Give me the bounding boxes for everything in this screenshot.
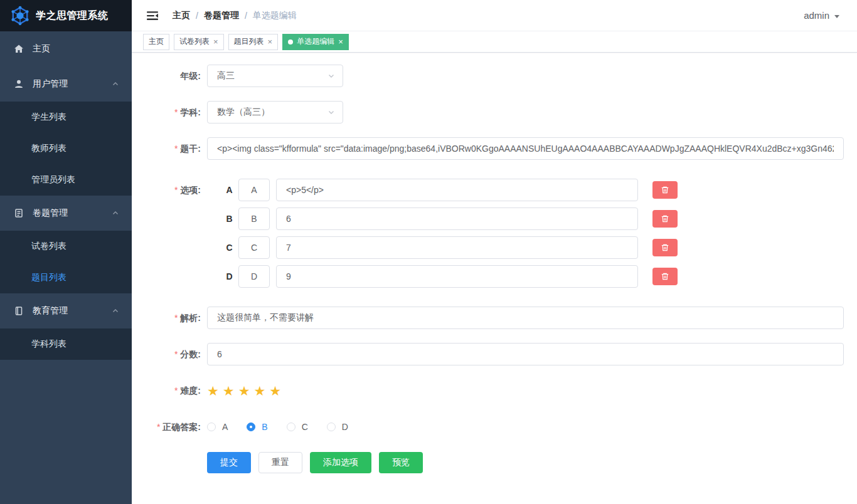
option-row-d: D <box>207 265 678 288</box>
star-icon[interactable]: ★ <box>253 384 265 397</box>
delete-option-button[interactable] <box>652 210 678 228</box>
star-icon[interactable]: ★ <box>238 384 250 397</box>
close-icon[interactable]: × <box>213 38 218 46</box>
analysis-label: *解析: <box>132 307 201 329</box>
stem-row: *题干: <box>132 137 857 160</box>
option-letter: A <box>225 185 234 195</box>
answer-radio-d[interactable]: D <box>327 422 348 432</box>
answer-row: *正确答案: A B C D <box>132 416 857 438</box>
option-row-c: C <box>207 236 678 259</box>
sidebar-section-edu-mgmt[interactable]: 教育管理 <box>0 293 132 328</box>
radio-icon <box>207 423 216 431</box>
close-icon[interactable]: × <box>268 38 273 46</box>
sidebar-item-student-list[interactable]: 学生列表 <box>0 102 132 133</box>
subject-select[interactable]: 数学（高三） <box>207 101 343 123</box>
tag-question-list[interactable]: 题目列表 × <box>228 34 279 50</box>
grade-select[interactable]: 高三 <box>207 65 343 87</box>
logo-icon <box>10 6 30 26</box>
delete-option-button[interactable] <box>652 181 678 199</box>
sidebar-item-question-list[interactable]: 题目列表 <box>0 262 132 293</box>
grade-label: 年级: <box>132 65 201 87</box>
tag-label: 主页 <box>149 36 164 47</box>
option-letter: C <box>225 243 234 253</box>
radio-label: B <box>262 422 267 432</box>
sidebar-item-label: 卷题管理 <box>33 207 68 219</box>
star-icon[interactable]: ★ <box>223 384 235 397</box>
chevron-up-icon <box>112 209 119 217</box>
option-row-b: B <box>207 207 678 230</box>
answer-radio-c[interactable]: C <box>287 422 308 432</box>
home-icon <box>14 44 24 54</box>
notebook-icon <box>14 306 24 316</box>
score-input[interactable] <box>207 343 844 365</box>
delete-option-button[interactable] <box>652 239 678 256</box>
sidebar-section-user-mgmt[interactable]: 用户管理 <box>0 66 132 102</box>
grade-value: 高三 <box>217 70 235 81</box>
sidebar-item-teacher-list[interactable]: 教师列表 <box>0 133 132 164</box>
option-prefix-input[interactable] <box>238 207 270 230</box>
breadcrumb-separator: / <box>196 11 198 21</box>
stem-input[interactable] <box>207 137 844 160</box>
tag-home[interactable]: 主页 <box>143 34 169 50</box>
sidebar-section-paper-mgmt[interactable]: 卷题管理 <box>0 196 132 231</box>
options-label: *选项: <box>132 179 201 201</box>
subject-label: *学科: <box>132 101 201 123</box>
score-label: *分数: <box>132 343 201 365</box>
sidebar-item-label: 题目列表 <box>31 272 67 283</box>
close-icon[interactable]: × <box>338 38 343 46</box>
add-option-button[interactable]: 添加选项 <box>310 452 371 473</box>
chevron-down-icon <box>327 72 335 80</box>
sidebar-item-paper-list[interactable]: 试卷列表 <box>0 231 132 262</box>
chevron-up-icon <box>112 307 119 315</box>
tags-bar: 主页 试卷列表 × 题目列表 × 单选题编辑 × <box>132 31 857 53</box>
reset-button[interactable]: 重置 <box>258 452 302 473</box>
trash-icon <box>661 243 669 252</box>
breadcrumb-home[interactable]: 主页 <box>173 10 190 21</box>
submit-button[interactable]: 提交 <box>207 452 251 473</box>
breadcrumb-paper-mgmt[interactable]: 卷题管理 <box>204 10 239 21</box>
option-prefix-input[interactable] <box>238 179 270 201</box>
option-prefix-input[interactable] <box>238 236 270 259</box>
option-content-input[interactable] <box>276 179 638 201</box>
chevron-down-icon <box>327 108 335 116</box>
option-content-input[interactable] <box>276 207 638 230</box>
tag-paper-list[interactable]: 试卷列表 × <box>174 34 224 50</box>
chevron-up-icon <box>112 80 119 88</box>
sidebar-item-subject-list[interactable]: 学科列表 <box>0 328 132 360</box>
sidebar-item-label: 主页 <box>33 43 50 55</box>
hamburger-icon[interactable] <box>141 7 164 24</box>
caret-down-icon <box>834 15 839 18</box>
form-actions: 提交 重置 添加选项 预览 <box>207 452 857 473</box>
star-icon[interactable]: ★ <box>269 384 281 397</box>
preview-button[interactable]: 预览 <box>379 452 423 473</box>
sidebar-item-label: 管理员列表 <box>31 174 75 186</box>
options-row: *选项: A B <box>132 179 857 288</box>
radio-icon <box>327 423 336 431</box>
option-content-input[interactable] <box>276 265 638 288</box>
option-prefix-input[interactable] <box>238 265 270 288</box>
difficulty-label: *难度: <box>132 379 201 402</box>
option-letter: B <box>225 214 234 224</box>
user-icon <box>14 79 24 89</box>
difficulty-row: *难度: ★ ★ ★ ★ ★ <box>132 379 857 402</box>
subject-value: 数学（高三） <box>217 107 270 118</box>
analysis-input[interactable] <box>207 307 844 329</box>
sidebar-item-admin-list[interactable]: 管理员列表 <box>0 164 132 196</box>
sidebar-item-home[interactable]: 主页 <box>0 31 132 66</box>
delete-option-button[interactable] <box>652 268 678 285</box>
navbar: 主页 / 卷题管理 / 单选题编辑 admin <box>132 0 857 31</box>
option-row-a: A <box>207 179 678 201</box>
tag-edit-question[interactable]: 单选题编辑 × <box>282 34 349 50</box>
answer-radio-b[interactable]: B <box>247 422 267 432</box>
radio-icon <box>287 423 295 431</box>
tag-label: 试卷列表 <box>179 36 210 47</box>
score-row: *分数: <box>132 343 857 365</box>
stem-label: *题干: <box>132 137 201 160</box>
sidebar: 学之思管理系统 主页 用户管理 学生列表 <box>0 0 132 504</box>
user-menu[interactable]: admin <box>804 10 839 21</box>
answer-radio-a[interactable]: A <box>207 422 228 432</box>
sidebar-item-label: 学科列表 <box>31 339 67 350</box>
difficulty-rating: ★ ★ ★ ★ ★ <box>207 379 285 402</box>
option-content-input[interactable] <box>276 236 638 259</box>
star-icon[interactable]: ★ <box>207 384 219 397</box>
